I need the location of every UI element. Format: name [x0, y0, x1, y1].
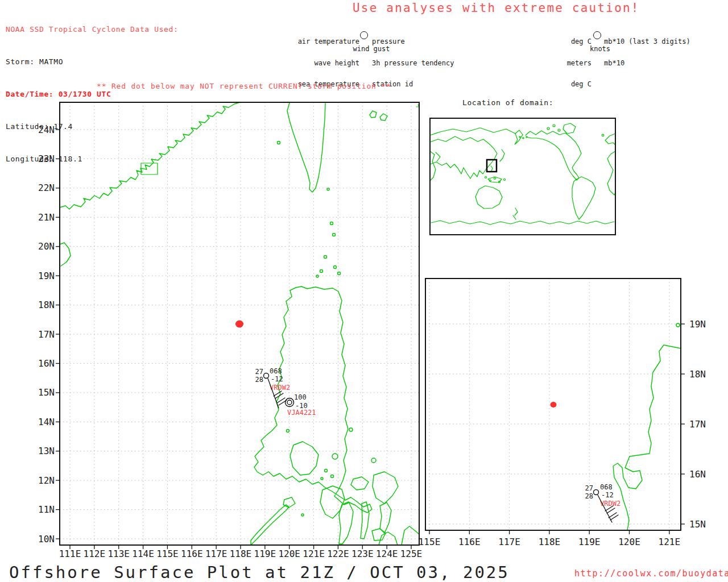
- page: { "title_block": { "line1": "NOAA SSD Tr…: [0, 0, 728, 582]
- lat-label: 18N: [689, 369, 706, 380]
- world-philippines: [491, 166, 493, 171]
- zoom-coastline-luzon-west: [613, 345, 681, 530]
- coastline-palawan: [251, 505, 289, 545]
- coastline-cebu: [361, 502, 369, 539]
- lat-label: 10N: [38, 534, 55, 544]
- lat-label: 15N: [689, 519, 706, 530]
- inset-map-border: [430, 118, 615, 235]
- buoy-symbol-units-icon: [593, 31, 601, 39]
- legend-wave-height: wave height: [250, 60, 359, 67]
- coastline-negros: [339, 502, 353, 544]
- lat-label: 12N: [38, 475, 55, 486]
- lat-label: 17N: [689, 419, 706, 430]
- lon-label: 124E: [376, 548, 398, 557]
- vrdw2-pressure: 068: [600, 483, 613, 491]
- storm-position-dot: [235, 321, 243, 328]
- vrdw2-pressure: 068: [270, 367, 282, 375]
- world-greenland: [563, 123, 576, 134]
- lon-label: 123E: [351, 548, 374, 557]
- lon-label: 118E: [230, 548, 252, 557]
- world-japan: [500, 149, 504, 161]
- lon-label: 119E: [254, 548, 276, 557]
- world-coastlines: [430, 123, 615, 225]
- world-north-america: [526, 131, 581, 180]
- coastline-samar: [373, 472, 398, 504]
- islet-cuyo: [301, 514, 304, 516]
- main-map: 111E112E113E114E115E116E117E118E119E120E…: [34, 97, 432, 557]
- lon-label: 117E: [205, 548, 228, 557]
- vrdw2-air-temp: 27: [585, 484, 593, 492]
- plot-title: Offshore Surface Plot at 21Z / OCT 03, 2…: [9, 563, 510, 582]
- lat-label: 14N: [38, 417, 55, 427]
- lon-label: 113E: [107, 548, 130, 557]
- vrdw2-id: VRDW2: [600, 500, 621, 508]
- world-australia: [475, 186, 502, 209]
- lat-label: 15N: [38, 387, 55, 398]
- unit-air-temperature: deg C: [535, 38, 592, 45]
- vrdw2-air-temp: 27: [255, 368, 263, 376]
- station-vja4221: 100 -10 VJA4221: [286, 393, 316, 417]
- lon-label: 114E: [132, 548, 154, 557]
- world-europe: [605, 134, 615, 145]
- islet-penghu: [278, 142, 280, 144]
- vrdw2-id: VRDW2: [270, 384, 290, 392]
- world-south-america: [572, 177, 595, 219]
- data-source-line: NOAA SSD Tropical Cyclone Data Used:: [6, 24, 178, 35]
- islet-romblon-1: [325, 469, 328, 472]
- lon-label: 121E: [303, 548, 325, 557]
- vrdw2-tendency: -12: [271, 375, 283, 383]
- station-vrdw2-zoom: 27 068 28 -12 VRDW2: [585, 483, 621, 522]
- coastline-leyte: [380, 502, 391, 533]
- lon-label: 120E: [278, 548, 300, 557]
- lon-label: 122E: [327, 548, 349, 557]
- unit-pressure: mb*10 (last 3 digits): [604, 38, 690, 45]
- lat-label: 20N: [38, 241, 55, 252]
- world-africa-east: [607, 151, 615, 195]
- unit-wave-height: meters: [535, 60, 592, 67]
- lon-label: 116E: [181, 548, 203, 557]
- lon-label: 121E: [659, 537, 681, 547]
- coastline-south-china: [60, 102, 240, 209]
- coastline-taiwan: [287, 103, 325, 192]
- storm-name-line: Storm: MATMO: [6, 56, 178, 67]
- vja4221-pressure: 100: [294, 393, 307, 401]
- lon-label: 117E: [498, 537, 520, 547]
- vrdw2-sea-temp: 28: [255, 376, 263, 384]
- lat-label: 13N: [38, 446, 55, 456]
- lat-label: 24N: [38, 124, 55, 135]
- islet-polillo: [349, 428, 353, 431]
- islet-lubang: [287, 430, 289, 433]
- zoom-map-grid: 115E116E117E118E119E120E121E19N18N17N16N…: [419, 278, 706, 547]
- islet-marinduque: [332, 454, 338, 459]
- world-new-zealand-south: [513, 215, 516, 219]
- unit-pressure-tendency: mb*10: [604, 60, 690, 67]
- lat-label: 18N: [38, 300, 55, 310]
- lon-label: 118E: [539, 537, 561, 547]
- coastline-masbate: [351, 477, 369, 490]
- lon-label: 115E: [156, 548, 179, 557]
- lat-label: 17N: [38, 329, 55, 340]
- buoy-symbol-icon: [360, 31, 368, 39]
- islet-green-island: [327, 188, 329, 190]
- caution-banner: Use analyses with extreme caution!: [353, 1, 640, 15]
- lon-label: 120E: [618, 537, 640, 547]
- lon-label: 119E: [578, 537, 601, 547]
- coastline-mindoro: [290, 442, 318, 475]
- coastline-hainan: [60, 243, 71, 266]
- lat-label: 16N: [689, 469, 706, 480]
- lat-label: 23N: [38, 153, 55, 164]
- vrdw2-sea-temp: 28: [585, 492, 593, 500]
- unit-sea-temperature: deg C: [535, 81, 592, 88]
- world-kamchatka: [515, 134, 523, 144]
- world-siberia: [430, 128, 523, 135]
- lat-label: 19N: [38, 271, 55, 281]
- unit-wind-gust: knots: [572, 45, 628, 53]
- vja4221-id: VJA4221: [287, 409, 316, 417]
- lon-label: 115E: [419, 537, 441, 547]
- lon-label: 112E: [84, 548, 106, 557]
- lat-label: 22N: [38, 182, 55, 193]
- world-arabia: [436, 152, 440, 161]
- islet-yaeyama-1: [370, 111, 377, 118]
- legend-pressure: pressure: [372, 38, 454, 45]
- lat-label: 16N: [38, 358, 55, 369]
